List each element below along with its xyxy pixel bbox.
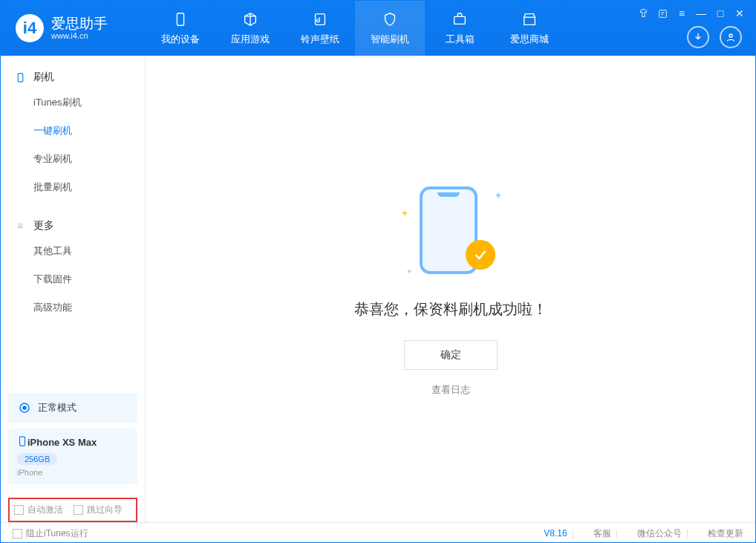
tab-my-device[interactable]: 我的设备: [146, 1, 215, 56]
store-icon: [521, 10, 538, 28]
sparkle-icon: ✦: [400, 207, 409, 219]
success-illustration: ✦ ✦ ✦: [399, 182, 503, 279]
music-icon: [311, 10, 329, 28]
toolbox-icon: [451, 10, 469, 28]
footer-link-service[interactable]: 客服: [593, 527, 611, 540]
checkbox-label: 自动激活: [27, 504, 63, 516]
sidebar-item-advanced[interactable]: 高级功能: [1, 293, 145, 322]
device-name: iPhone XS Max: [27, 437, 97, 448]
svg-point-7: [23, 406, 26, 409]
skin-icon[interactable]: [636, 7, 650, 20]
footer-link-update[interactable]: 检查更新: [708, 527, 743, 540]
tab-label: 我的设备: [161, 33, 200, 46]
checkbox-label: 跳过向导: [87, 504, 123, 516]
tab-label: 应用游戏: [231, 33, 270, 46]
checkbox-label: 阻止iTunes运行: [26, 527, 88, 540]
sparkle-icon: ✦: [406, 267, 412, 276]
logo-icon: i4: [16, 14, 44, 42]
svg-rect-5: [18, 73, 23, 81]
section-title: 刷机: [33, 71, 54, 84]
svg-rect-3: [659, 10, 666, 17]
feedback-icon[interactable]: [656, 7, 669, 20]
svg-rect-2: [454, 16, 466, 24]
sidebar-item-other-tools[interactable]: 其他工具: [1, 237, 145, 265]
device-icon: [17, 436, 27, 449]
sidebar-header-more: ≡ 更多: [1, 215, 145, 237]
device-card[interactable]: iPhone XS Max 256GB iPhone: [8, 429, 137, 484]
checkbox-icon: [74, 505, 83, 515]
sidebar-section-more: ≡ 更多 其他工具 下载固件 高级功能: [1, 204, 145, 325]
check-badge-icon: [466, 240, 495, 270]
tab-label: 铃声壁纸: [301, 33, 339, 46]
checkbox-skip-guide[interactable]: 跳过向导: [74, 504, 123, 516]
tab-ringtone-wallpaper[interactable]: 铃声壁纸: [285, 1, 355, 56]
tab-toolbox[interactable]: 工具箱: [425, 1, 495, 56]
device-type: iPhone: [17, 468, 128, 477]
view-log-link[interactable]: 查看日志: [431, 383, 470, 397]
section-title: 更多: [33, 219, 54, 233]
footer: 阻止iTunes运行 V8.16 | 客服 | 微信公众号 | 检查更新: [1, 522, 755, 543]
logo-subtitle: www.i4.cn: [51, 31, 108, 40]
minimize-button[interactable]: —: [694, 7, 708, 20]
success-message: 恭喜您，保资料刷机成功啦！: [354, 299, 547, 319]
download-button[interactable]: [687, 26, 709, 48]
logo-area: i4 爱思助手 www.i4.cn: [1, 14, 146, 42]
sidebar-item-batch-flash[interactable]: 批量刷机: [1, 173, 145, 201]
list-icon: ≡: [14, 220, 26, 232]
tab-label: 智能刷机: [371, 33, 409, 46]
device-icon: [172, 10, 189, 28]
svg-rect-0: [177, 13, 183, 26]
sidebar-section-flash: 刷机 iTunes刷机 一键刷机 专业刷机 批量刷机: [1, 56, 145, 204]
window-controls: ≡ — □ ✕: [636, 7, 746, 20]
tab-label: 爱思商城: [510, 33, 549, 46]
close-button[interactable]: ✕: [733, 7, 746, 20]
sparkle-icon: ✦: [494, 189, 503, 201]
cube-icon: [241, 10, 259, 28]
mode-card[interactable]: 正常模式: [8, 393, 137, 423]
sidebar-item-download-firmware[interactable]: 下载固件: [1, 265, 145, 293]
logo-text: 爱思助手 www.i4.cn: [51, 16, 108, 41]
tab-label: 工具箱: [446, 33, 475, 46]
svg-rect-8: [20, 437, 25, 446]
mode-label: 正常模式: [38, 401, 76, 414]
checkbox-icon: [13, 529, 22, 539]
user-button[interactable]: [720, 26, 742, 48]
tab-smart-flash[interactable]: 智能刷机: [355, 1, 425, 56]
logo-title: 爱思助手: [51, 16, 108, 32]
sidebar-item-pro-flash[interactable]: 专业刷机: [1, 145, 145, 173]
highlighted-checkbox-row: 自动激活 跳过向导: [8, 498, 137, 522]
phone-icon: [14, 73, 26, 82]
sidebar-item-onekey-flash[interactable]: 一键刷机: [1, 117, 145, 145]
header: i4 爱思助手 www.i4.cn 我的设备 应用游戏 铃声壁纸 智能刷机 工具…: [1, 1, 755, 56]
sidebar-header-flash: 刷机: [1, 66, 145, 88]
tab-store[interactable]: 爱思商城: [495, 1, 564, 56]
ok-button[interactable]: 确定: [404, 340, 498, 370]
sidebar: 刷机 iTunes刷机 一键刷机 专业刷机 批量刷机 ≡ 更多 其他工具 下载固…: [1, 56, 146, 522]
mode-icon: [17, 400, 32, 415]
nav-tabs: 我的设备 应用游戏 铃声壁纸 智能刷机 工具箱 爱思商城: [146, 1, 564, 56]
menu-icon[interactable]: ≡: [675, 7, 688, 20]
checkbox-auto-activate[interactable]: 自动激活: [14, 504, 63, 516]
storage-badge: 256GB: [17, 453, 57, 465]
header-circle-buttons: [687, 26, 742, 48]
checkbox-icon: [14, 505, 24, 515]
tab-apps-games[interactable]: 应用游戏: [215, 1, 285, 56]
maximize-button[interactable]: □: [714, 7, 727, 20]
body: 刷机 iTunes刷机 一键刷机 专业刷机 批量刷机 ≡ 更多 其他工具 下载固…: [1, 56, 755, 522]
sidebar-item-itunes-flash[interactable]: iTunes刷机: [1, 88, 145, 117]
checkbox-block-itunes[interactable]: 阻止iTunes运行: [13, 527, 88, 540]
main-content: ✦ ✦ ✦ 恭喜您，保资料刷机成功啦！ 确定 查看日志: [146, 56, 755, 522]
footer-link-wechat[interactable]: 微信公众号: [637, 527, 682, 540]
version-label: V8.16: [544, 528, 567, 539]
svg-point-4: [729, 34, 732, 37]
shield-icon: [381, 10, 399, 28]
